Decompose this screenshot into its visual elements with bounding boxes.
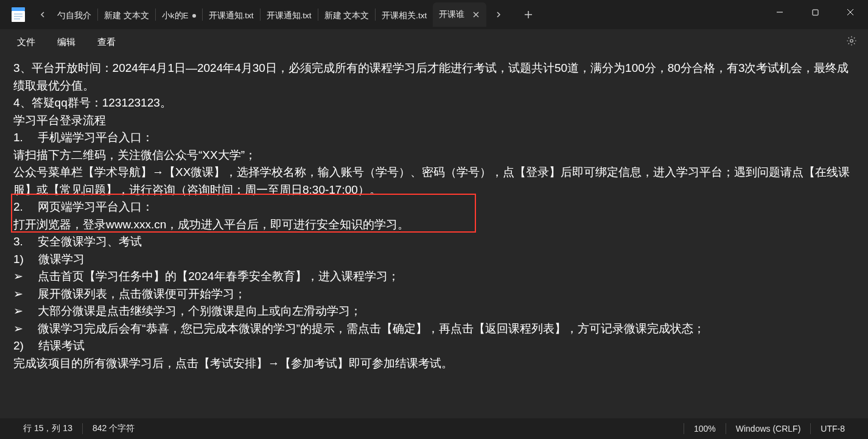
tab-item[interactable]: 开课通知.txt: [261, 5, 318, 27]
editor-line[interactable]: ➢ 大部分微课是点击继续学习，个别微课是向上或向左滑动学习；: [13, 303, 855, 320]
tab-scroll-right-icon[interactable]: [490, 0, 507, 29]
tab-label: 新建 文本文: [104, 10, 149, 21]
editor-line[interactable]: 4、答疑qq群号：123123123。: [13, 94, 855, 112]
window-minimize-button[interactable]: [762, 0, 797, 24]
tab-item[interactable]: 开课相关.txt: [376, 5, 433, 27]
editor-line[interactable]: ➢ 微课学习完成后会有“恭喜，您已完成本微课的学习”的提示，需点击【确定】，再点…: [13, 320, 855, 338]
unsaved-dot-icon: [192, 14, 196, 18]
notepad-app-icon: [11, 7, 26, 22]
tab-close-icon[interactable]: [471, 9, 481, 20]
menu-view[interactable]: 查看: [86, 33, 127, 52]
tab-item[interactable]: 新建 文本文: [318, 5, 376, 27]
editor-line[interactable]: 2) 结课考试: [13, 337, 855, 355]
tab-label: 开课通知.txt: [267, 10, 312, 21]
status-zoom[interactable]: 100%: [684, 424, 726, 434]
menubar: 文件 编辑 查看: [0, 29, 868, 55]
settings-gear-icon[interactable]: [846, 35, 857, 49]
tab-label: 开课谁: [439, 9, 464, 20]
window-close-button[interactable]: [833, 0, 868, 24]
editor-line[interactable]: 1) 微课学习: [13, 251, 855, 269]
tab-item[interactable]: 勺自我介: [51, 5, 97, 27]
tab-scroll-left-icon[interactable]: [34, 0, 51, 29]
editor-text[interactable]: 3、平台开放时间：2024年4月1日—2024年4月30日，必须完成所有的课程学…: [13, 60, 855, 372]
editor-line[interactable]: 2. 网页端学习平台入口：: [13, 198, 855, 216]
editor-line[interactable]: 3、平台开放时间：2024年4月1日—2024年4月30日，必须完成所有的课程学…: [13, 60, 855, 94]
menu-edit[interactable]: 编辑: [46, 33, 86, 52]
svg-rect-6: [813, 10, 818, 15]
tab-strip: 勺自我介 新建 文本文 小k的E 开课通知.txt 开课通知.txt 新建 文本…: [51, 2, 486, 27]
status-encoding[interactable]: UTF-8: [811, 424, 855, 434]
editor-line[interactable]: ➢ 点击首页【学习任务中】的【2024年春季安全教育】，进入课程学习；: [13, 268, 855, 286]
svg-rect-0: [12, 7, 25, 11]
tab-label: 新建 文本文: [324, 10, 369, 21]
editor-area[interactable]: 3、平台开放时间：2024年4月1日—2024年4月30日，必须完成所有的课程学…: [0, 55, 868, 418]
status-line-ending[interactable]: Windows (CRLF): [726, 424, 811, 434]
status-char-count[interactable]: 842 个字符: [83, 423, 144, 434]
tab-label: 小k的E: [162, 10, 189, 21]
editor-line[interactable]: 请扫描下方二维码，关注微信公众号“XX大学”；: [13, 147, 855, 164]
tab-item[interactable]: 小k的E: [156, 5, 202, 27]
new-tab-button[interactable]: [519, 5, 537, 24]
titlebar: 勺自我介 新建 文本文 小k的E 开课通知.txt 开课通知.txt 新建 文本…: [0, 0, 868, 29]
editor-line[interactable]: 学习平台登录流程: [13, 112, 855, 130]
editor-line[interactable]: 打开浏览器，登录www.xxx.cn，成功进入平台后，即可进行安全知识的学习。: [13, 216, 855, 234]
editor-line[interactable]: 公众号菜单栏【学术导航】→【XX微课】，选择学校名称，输入账号（学号）、密码（学…: [13, 164, 855, 198]
svg-point-7: [850, 40, 853, 43]
tab-label: 开课通知.txt: [209, 10, 254, 21]
window-maximize-button[interactable]: [797, 0, 833, 24]
tab-label: 勺自我介: [57, 10, 91, 21]
editor-line[interactable]: ➢ 展开微课列表，点击微课便可开始学习；: [13, 286, 855, 303]
statusbar: 行 15，列 13 842 个字符 100% Windows (CRLF) UT…: [0, 418, 868, 439]
editor-line[interactable]: 完成该项目的所有微课学习后，点击【考试安排】→【参加考试】即可参加结课考试。: [13, 355, 855, 373]
window-controls: [762, 0, 868, 24]
tab-item-active[interactable]: 开课谁: [433, 2, 486, 27]
editor-line[interactable]: 3. 安全微课学习、考试: [13, 233, 855, 251]
tab-item[interactable]: 新建 文本文: [98, 5, 155, 27]
menu-file[interactable]: 文件: [6, 33, 46, 52]
tab-item[interactable]: 开课通知.txt: [203, 5, 260, 27]
editor-line[interactable]: 1. 手机端学习平台入口：: [13, 129, 855, 147]
tab-label: 开课相关.txt: [382, 10, 427, 21]
status-cursor-position[interactable]: 行 15，列 13: [13, 423, 82, 434]
